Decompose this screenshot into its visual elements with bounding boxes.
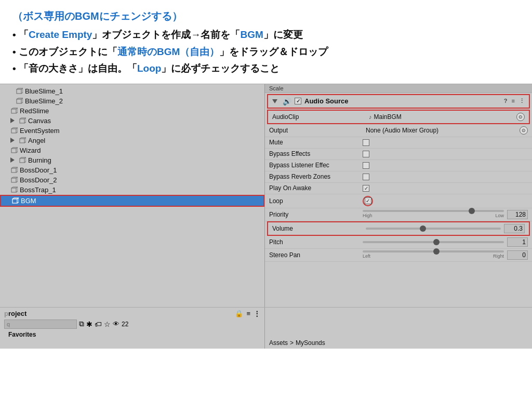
cube-icon [16, 87, 23, 95]
mysounds-label[interactable]: MySounds [296, 339, 325, 347]
volume-value: 0.3 [366, 224, 525, 233]
volume-label: Volume [272, 225, 366, 232]
audioclip-field[interactable]: ♪ MainBGM [366, 112, 405, 122]
item-label: BossDoor_2 [20, 176, 57, 184]
output-select-btn[interactable]: ⊙ [520, 126, 528, 135]
bypass-listener-checkbox[interactable] [363, 162, 369, 169]
svg-rect-66 [12, 199, 17, 203]
priority-low-label: Low [495, 213, 504, 218]
menu-icon[interactable]: ≡ [246, 310, 250, 317]
play-on-awake-checkbox[interactable] [363, 185, 369, 192]
bullet-item-1: 「Create Empty」オブジェクトを作成→名前を「BGM」に変更 [12, 28, 520, 43]
pitch-slider[interactable] [363, 241, 504, 243]
search-input[interactable] [4, 320, 77, 329]
hierarchy-item-bgm[interactable]: BGM [0, 195, 264, 207]
lock-icon[interactable]: 🔒 [235, 310, 243, 317]
cube-icon [10, 107, 18, 114]
svg-rect-6 [17, 99, 21, 103]
bypass-reverb-checkbox[interactable] [363, 174, 369, 180]
output-dropdown[interactable]: None (Audio Mixer Group) [363, 126, 517, 135]
component-enable-checkbox[interactable] [295, 98, 301, 104]
bookmark-icon[interactable]: ☆ [104, 320, 111, 328]
item-label: BlueSlime_1 [25, 87, 63, 95]
eye-icon[interactable]: 👁 [113, 320, 119, 328]
audioclip-select-btn[interactable]: ⊙ [516, 113, 525, 121]
bypass-listener-row: Bypass Listener Effec [265, 160, 532, 171]
pitch-thumb[interactable] [433, 239, 440, 245]
tag-icon[interactable]: 🏷 [95, 320, 102, 328]
svg-rect-0 [17, 89, 21, 94]
hierarchy-item-redslime[interactable]: RedSlime [0, 106, 264, 116]
cube-icon [10, 147, 18, 154]
audioclip-name: MainBGM [374, 113, 402, 121]
cube-icon [19, 137, 26, 144]
hierarchy-item-bossdoor1[interactable]: BossDoor_1 [0, 165, 264, 175]
breadcrumb-area: Assets > MySounds [265, 308, 532, 349]
cube-icon [19, 156, 26, 164]
hierarchy-item-angel[interactable]: Angel [0, 136, 264, 145]
output-label: Output [269, 127, 363, 134]
volume-slider[interactable] [366, 228, 501, 230]
unity-editor: BlueSlime_1 BlueSlime_2 [0, 84, 532, 307]
stereo-label: Stereo Pan [269, 251, 363, 259]
volume-thumb[interactable] [420, 225, 426, 232]
hierarchy-list: BlueSlime_1 BlueSlime_2 [0, 84, 264, 209]
priority-slider[interactable]: High Low [363, 210, 504, 212]
project-left: project 🔒 ≡ ⋮ ⧉ ✱ 🏷 ☆ 👁 22 Favorites [0, 308, 265, 349]
hierarchy-item-burning[interactable]: Burning [0, 155, 264, 165]
volume-number: 0.3 [504, 224, 525, 233]
hierarchy-item-eventsystem[interactable]: EventSystem [0, 126, 264, 136]
item-label: BlueSlime_2 [25, 97, 63, 105]
svg-rect-24 [11, 129, 16, 133]
breadcrumb: Assets > MySounds [269, 339, 325, 347]
svg-rect-48 [11, 168, 16, 172]
project-panel: project 🔒 ≡ ⋮ ⧉ ✱ 🏷 ☆ 👁 22 Favorites Ass… [0, 307, 532, 349]
star-icon[interactable]: ✱ [86, 320, 92, 328]
expand-arrow [10, 118, 15, 123]
svg-rect-30 [20, 139, 24, 143]
hierarchy-item-wizard[interactable]: Wizard [0, 145, 264, 155]
stereo-slider[interactable]: Left Right [363, 250, 504, 252]
settings-icon[interactable]: ≡ [512, 98, 515, 104]
assets-label[interactable]: Assets [269, 339, 288, 347]
cube-icon [10, 176, 18, 183]
cube-icon [10, 186, 18, 193]
create-empty-highlight: Create Empty [29, 29, 92, 40]
item-count: 22 [122, 321, 128, 328]
hierarchy-item-blueslime1[interactable]: BlueSlime_1 [0, 86, 264, 96]
priority-number: 128 [507, 210, 528, 219]
copy-icon[interactable]: ⧉ [79, 320, 84, 328]
pitch-label: Pitch [269, 238, 363, 246]
loop-checkbox[interactable] [365, 197, 371, 204]
hierarchy-item-bosstap1[interactable]: BossTrap_1 [0, 185, 264, 195]
component-icons: ? ≡ ⋮ [504, 98, 525, 104]
stereo-row: Stereo Pan Left Right 0 [265, 249, 532, 262]
output-row: Output None (Audio Mixer Group) ⊙ [265, 124, 532, 137]
help-icon[interactable]: ? [504, 98, 508, 104]
annotation-line1: （ボス専用のBGMにチェンジする） [12, 9, 520, 23]
bypass-effects-checkbox[interactable] [363, 151, 369, 157]
mute-checkbox[interactable] [363, 139, 369, 146]
more-options-icon[interactable]: ⋮ [254, 310, 260, 317]
hierarchy-panel: BlueSlime_1 BlueSlime_2 [0, 84, 265, 307]
audioclip-row: AudioClip ♪ MainBGM ⊙ [267, 110, 530, 124]
collapse-arrow[interactable] [272, 99, 277, 103]
loop-circle-highlight [363, 196, 373, 206]
priority-row: Priority High Low 128 [265, 208, 532, 221]
priority-high-label: High [363, 213, 373, 218]
bypass-reverb-row: Bypass Reverb Zones [265, 171, 532, 183]
priority-labels: High Low [363, 213, 504, 218]
stereo-slider-container: Left Right 0 [363, 250, 528, 260]
project-search-bar: ⧉ ✱ 🏷 ☆ 👁 22 [4, 320, 260, 329]
pitch-row: Pitch 1 [265, 236, 532, 249]
bypass-reverb-label: Bypass Reverb Zones [269, 173, 363, 180]
hierarchy-item-bossdoor2[interactable]: BossDoor_2 [0, 175, 264, 185]
priority-label: Priority [269, 211, 363, 218]
hierarchy-item-canvas[interactable]: Canvas [0, 116, 264, 126]
svg-rect-60 [11, 188, 16, 192]
audio-speaker-icon: 🔊 [283, 97, 291, 105]
audioclip-label: AudioClip [272, 113, 366, 121]
hierarchy-item-blueslime2[interactable]: BlueSlime_2 [0, 96, 264, 106]
more-icon[interactable]: ⋮ [519, 98, 525, 104]
cube-icon [10, 166, 18, 174]
